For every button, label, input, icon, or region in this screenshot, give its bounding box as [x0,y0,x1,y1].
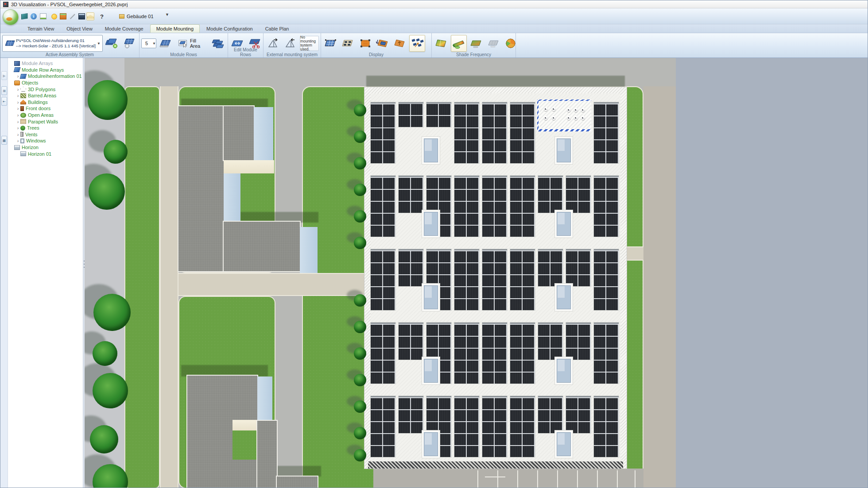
module-row-group[interactable] [566,323,591,360]
module-row-group[interactable] [482,102,507,163]
module-row-group[interactable] [510,396,535,457]
tree-object[interactable] [88,80,128,120]
expander-icon[interactable]: › [16,100,20,104]
tree-item-module-arrays[interactable]: Module Arrays [9,60,82,67]
module-row-group[interactable] [566,249,591,286]
new-module-row-button[interactable] [158,35,174,52]
module-row-group[interactable] [399,396,423,433]
tree-object[interactable] [93,341,117,366]
vent-object[interactable] [544,116,548,120]
tree-object[interactable] [104,140,128,164]
module-row-group[interactable] [482,396,507,457]
tree-item-trees[interactable]: ›Trees [9,125,82,131]
module-row-group[interactable] [538,176,563,213]
tree-object[interactable] [93,373,128,408]
3d-viewport[interactable] [85,58,868,488]
assembly-settings-button[interactable] [121,35,137,52]
shade-panel-gradient-button[interactable] [468,35,484,52]
import-mounting-button[interactable] [283,35,298,52]
tab-module-mounting[interactable]: Module Mounting [150,24,200,33]
expander-icon[interactable]: › [16,87,20,92]
module-row-group[interactable] [594,249,619,310]
fill-area-button[interactable]: Fill Area [175,35,209,52]
skylight-window[interactable] [555,137,573,164]
module-row-group[interactable] [482,323,507,384]
sun-icon[interactable] [50,12,58,20]
tree-item-front-doors[interactable]: ›Front doors [9,105,82,112]
expander-icon[interactable]: › [16,93,20,98]
expander-icon[interactable]: › [16,113,20,117]
skylight-window[interactable] [422,357,440,384]
module-row-group[interactable] [510,176,535,237]
skylight-window[interactable] [422,210,440,238]
display-module-rows-button[interactable] [409,35,425,52]
skylight-window[interactable] [555,284,573,311]
skylight-window[interactable] [422,430,440,458]
tree-object[interactable] [354,157,366,169]
expander-icon[interactable]: › [16,132,20,137]
tab-cable-plan[interactable]: Cable Plan [260,25,295,33]
tool-icon[interactable] [68,12,76,20]
tree-item-modulreihenformation-01[interactable]: ›Modulreihenformation 01 [9,73,82,80]
module-row-group[interactable] [426,102,451,127]
tree-object[interactable] [354,374,366,386]
shade-panel-off-button[interactable] [485,35,501,52]
tree-object[interactable] [354,237,366,249]
shade-frequency-on-button[interactable] [451,35,467,52]
skylight-window[interactable] [422,284,440,311]
tab-object-view[interactable]: Object View [61,25,98,33]
tree-item-horizon[interactable]: Horizon [9,144,82,151]
module-row-group[interactable] [371,396,395,457]
module-row-group[interactable] [538,249,563,286]
module-row-group[interactable] [454,249,479,310]
module-row-group[interactable] [510,102,535,163]
module-row-group[interactable] [399,249,423,286]
display-roof-modules-button[interactable] [375,35,391,52]
expander-icon[interactable]: › [16,138,20,143]
vent-object[interactable] [544,107,548,111]
building-selector[interactable]: Gebäude 01 [119,12,154,21]
building-roof[interactable] [277,476,318,488]
table-insert-icon[interactable]: ⊞ [1,86,7,95]
vent-object[interactable] [552,116,556,120]
module-row-group[interactable] [594,323,619,384]
pvsol-logo-icon[interactable] [3,9,19,25]
table-back-icon[interactable]: ⇤ [1,97,7,106]
tree-item-parapet-walls[interactable]: ›Parapet Walls [9,118,82,125]
tree-item-barred-areas[interactable]: ›Barred Areas [9,92,82,99]
expander-icon[interactable]: › [16,106,20,111]
tree-item-buildings[interactable]: ›Buildings [9,99,82,106]
materials-box-icon[interactable] [78,12,85,20]
vent-object[interactable] [552,107,556,111]
module-row-group[interactable] [454,396,479,457]
vent-object[interactable] [581,116,585,120]
tree-object[interactable] [354,347,366,360]
vent-object[interactable] [567,108,571,112]
module-row-group[interactable] [454,102,479,163]
report-icon[interactable] [20,12,28,20]
tree-object[interactable] [354,131,366,143]
module-row-group[interactable] [538,323,563,360]
module-row-group[interactable] [399,102,423,127]
skylight-window[interactable] [555,430,573,458]
module-row-group[interactable] [454,176,479,237]
building-roof[interactable] [224,222,300,271]
play-icon[interactable]: ▶ [1,71,7,80]
building-roof[interactable] [257,421,277,488]
module-row-group[interactable] [454,323,479,384]
tab-module-coverage[interactable]: Module Coverage [99,25,149,33]
tree-object[interactable] [354,184,366,196]
display-module-outline-button[interactable] [323,35,339,52]
tree-object[interactable] [93,294,131,331]
tree-object[interactable] [354,210,366,223]
help-button[interactable]: ? [98,12,106,20]
tree-item-objects[interactable]: Objects [9,80,82,86]
module-row-group[interactable] [399,323,423,360]
info-icon[interactable]: i [30,12,38,20]
skylight-window[interactable] [422,137,440,164]
shade-roof-gradient-button[interactable] [434,35,450,52]
vent-object[interactable] [574,108,578,112]
tree-item-module-row-arrays[interactable]: Module Row Arrays [9,67,82,73]
module-row-group[interactable] [371,249,395,310]
module-row-group[interactable] [482,176,507,237]
